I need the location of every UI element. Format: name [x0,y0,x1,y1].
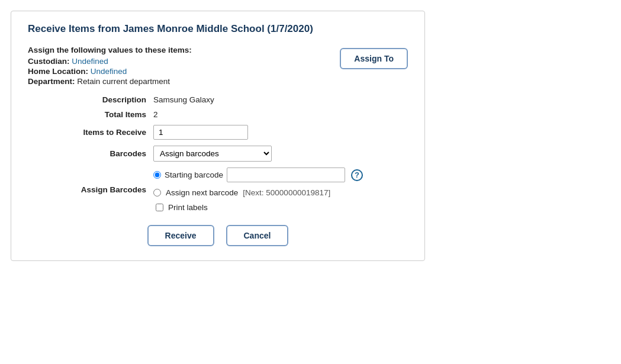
total-items-label: Total Items [63,110,146,119]
print-labels-checkbox[interactable] [156,204,163,211]
barcodes-select[interactable]: Assign barcodes Keep existing barcodes N… [153,146,272,162]
total-items-value: 2 [153,110,158,119]
department-line: Department: Retain current department [28,77,328,86]
details-table: Description Samsung Galaxy Total Items 2… [63,95,408,212]
description-value: Samsung Galaxy [153,95,214,104]
starting-barcode-row: Starting barcode ? [153,167,363,182]
receive-button[interactable]: Receive [147,225,214,246]
dialog-title: Receive Items from James Monroe Middle S… [28,23,408,35]
help-icon[interactable]: ? [351,169,363,181]
items-to-receive-row: Items to Receive [63,125,408,140]
assign-barcodes-section: Starting barcode ? Assign next barcode [… [153,167,363,212]
department-label: Department: [28,77,75,86]
assign-to-button[interactable]: Assign To [340,48,408,69]
starting-barcode-input[interactable] [227,167,345,182]
custodian-value: Undefined [72,57,108,66]
starting-barcode-label: Starting barcode [165,170,223,179]
assign-barcodes-controls: Starting barcode ? Assign next barcode [… [153,167,363,212]
description-row: Description Samsung Galaxy [63,95,408,104]
assign-next-barcode-row: Assign next barcode [Next: 5000000001981… [153,188,330,197]
custodian-line: Custodian: Undefined [28,57,328,66]
top-section: Assign the following values to these ite… [28,46,408,87]
print-labels-label: Print labels [168,203,208,212]
barcodes-value: Assign barcodes Keep existing barcodes N… [153,146,272,162]
items-to-receive-value [153,125,248,140]
assign-barcodes-label: Assign Barcodes [63,185,146,194]
assign-barcodes-row: Assign Barcodes Starting barcode ? Assig… [63,167,408,212]
receive-items-dialog: Receive Items from James Monroe Middle S… [11,11,425,261]
barcodes-row: Barcodes Assign barcodes Keep existing b… [63,146,408,162]
home-location-line: Home Location: Undefined [28,67,328,76]
assign-next-barcode-label: Assign next barcode [166,188,238,197]
print-labels-row: Print labels [156,203,208,212]
assign-next-barcode-radio[interactable] [153,189,161,197]
home-location-value: Undefined [91,67,127,76]
items-to-receive-label: Items to Receive [63,128,146,137]
total-items-row: Total Items 2 [63,110,408,119]
assign-values-header: Assign the following values to these ite… [28,46,328,54]
custodian-label: Custodian: [28,57,70,66]
items-to-receive-input[interactable] [153,125,248,140]
assign-values-section: Assign the following values to these ite… [28,46,328,87]
action-buttons: Receive Cancel [28,225,408,246]
starting-barcode-radio[interactable] [153,171,161,179]
description-label: Description [63,95,146,104]
next-barcode-value: [Next: 50000000019817] [243,188,330,197]
department-value: Retain current department [77,77,170,86]
home-location-label: Home Location: [28,67,88,76]
cancel-button[interactable]: Cancel [226,225,289,246]
barcodes-label: Barcodes [63,149,146,158]
